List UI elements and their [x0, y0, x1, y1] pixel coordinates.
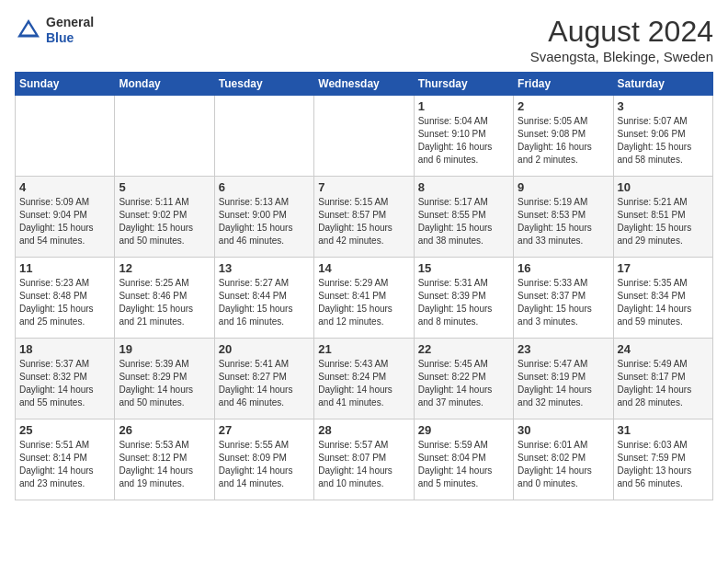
day-number: 7	[318, 180, 409, 194]
day-number: 4	[19, 180, 110, 194]
calendar-cell: 14Sunrise: 5:29 AM Sunset: 8:41 PM Dayli…	[314, 258, 414, 339]
calendar-cell: 29Sunrise: 5:59 AM Sunset: 8:04 PM Dayli…	[414, 419, 513, 500]
day-info: Sunrise: 5:47 AM Sunset: 8:19 PM Dayligh…	[518, 358, 609, 409]
day-number: 11	[19, 261, 110, 275]
day-number: 10	[618, 180, 709, 194]
day-number: 5	[119, 180, 210, 194]
calendar-cell: 24Sunrise: 5:49 AM Sunset: 8:17 PM Dayli…	[613, 339, 712, 419]
logo-text: General Blue	[46, 15, 94, 46]
calendar-cell	[16, 96, 115, 177]
day-info: Sunrise: 5:55 AM Sunset: 8:09 PM Dayligh…	[219, 439, 310, 490]
day-info: Sunrise: 5:43 AM Sunset: 8:24 PM Dayligh…	[318, 358, 409, 409]
day-info: Sunrise: 5:04 AM Sunset: 9:10 PM Dayligh…	[418, 115, 509, 167]
day-number: 13	[219, 261, 310, 275]
day-info: Sunrise: 5:25 AM Sunset: 8:46 PM Dayligh…	[119, 277, 210, 328]
day-number: 9	[518, 180, 609, 194]
calendar-cell: 23Sunrise: 5:47 AM Sunset: 8:19 PM Dayli…	[514, 339, 613, 419]
day-info: Sunrise: 5:37 AM Sunset: 8:32 PM Dayligh…	[19, 358, 110, 409]
calendar-cell: 15Sunrise: 5:31 AM Sunset: 8:39 PM Dayli…	[414, 258, 513, 339]
day-number: 31	[618, 423, 709, 437]
day-info: Sunrise: 5:33 AM Sunset: 8:37 PM Dayligh…	[518, 277, 609, 328]
day-number: 25	[19, 423, 110, 437]
day-info: Sunrise: 5:27 AM Sunset: 8:44 PM Dayligh…	[219, 277, 310, 328]
day-number: 22	[418, 342, 509, 356]
calendar-cell: 13Sunrise: 5:27 AM Sunset: 8:44 PM Dayli…	[214, 258, 313, 339]
logo: General Blue	[15, 15, 94, 46]
day-info: Sunrise: 6:03 AM Sunset: 7:59 PM Dayligh…	[618, 439, 709, 490]
calendar-cell: 20Sunrise: 5:41 AM Sunset: 8:27 PM Dayli…	[214, 339, 313, 419]
day-info: Sunrise: 5:51 AM Sunset: 8:14 PM Dayligh…	[19, 439, 110, 490]
day-info: Sunrise: 5:41 AM Sunset: 8:27 PM Dayligh…	[219, 358, 310, 409]
calendar-cell: 10Sunrise: 5:21 AM Sunset: 8:51 PM Dayli…	[613, 177, 712, 258]
calendar-cell: 16Sunrise: 5:33 AM Sunset: 8:37 PM Dayli…	[514, 258, 613, 339]
calendar-cell: 4Sunrise: 5:09 AM Sunset: 9:04 PM Daylig…	[16, 177, 115, 258]
day-number: 23	[518, 342, 609, 356]
calendar-cell	[314, 96, 414, 177]
calendar-cell: 30Sunrise: 6:01 AM Sunset: 8:02 PM Dayli…	[514, 419, 613, 500]
calendar-cell: 6Sunrise: 5:13 AM Sunset: 9:00 PM Daylig…	[214, 177, 313, 258]
day-number: 15	[418, 261, 509, 275]
day-info: Sunrise: 5:29 AM Sunset: 8:41 PM Dayligh…	[318, 277, 409, 328]
day-info: Sunrise: 5:31 AM Sunset: 8:39 PM Dayligh…	[418, 277, 509, 328]
day-info: Sunrise: 5:57 AM Sunset: 8:07 PM Dayligh…	[318, 439, 409, 490]
month-year: August 2024	[530, 15, 713, 49]
calendar-cell: 22Sunrise: 5:45 AM Sunset: 8:22 PM Dayli…	[414, 339, 513, 419]
day-number: 27	[219, 423, 310, 437]
calendar-table: SundayMondayTuesdayWednesdayThursdayFrid…	[15, 72, 713, 500]
location: Svaengsta, Blekinge, Sweden	[530, 49, 713, 64]
calendar-cell: 5Sunrise: 5:11 AM Sunset: 9:02 PM Daylig…	[115, 177, 214, 258]
day-info: Sunrise: 5:53 AM Sunset: 8:12 PM Dayligh…	[119, 439, 210, 490]
calendar-cell: 3Sunrise: 5:07 AM Sunset: 9:06 PM Daylig…	[613, 96, 712, 177]
week-row-3: 11Sunrise: 5:23 AM Sunset: 8:48 PM Dayli…	[16, 258, 713, 339]
day-info: Sunrise: 5:17 AM Sunset: 8:55 PM Dayligh…	[418, 196, 509, 247]
day-number: 20	[219, 342, 310, 356]
day-number: 3	[618, 99, 709, 113]
day-number: 16	[518, 261, 609, 275]
day-info: Sunrise: 5:07 AM Sunset: 9:06 PM Dayligh…	[618, 115, 709, 167]
calendar-header: SundayMondayTuesdayWednesdayThursdayFrid…	[16, 73, 713, 96]
calendar-cell: 2Sunrise: 5:05 AM Sunset: 9:08 PM Daylig…	[514, 96, 613, 177]
calendar-cell: 28Sunrise: 5:57 AM Sunset: 8:07 PM Dayli…	[314, 419, 414, 500]
day-info: Sunrise: 5:23 AM Sunset: 8:48 PM Dayligh…	[19, 277, 110, 328]
title-block: August 2024 Svaengsta, Blekinge, Sweden	[530, 15, 713, 64]
calendar-cell: 27Sunrise: 5:55 AM Sunset: 8:09 PM Dayli…	[214, 419, 313, 500]
day-info: Sunrise: 5:21 AM Sunset: 8:51 PM Dayligh…	[618, 196, 709, 247]
day-info: Sunrise: 5:39 AM Sunset: 8:29 PM Dayligh…	[119, 358, 210, 409]
calendar-cell: 21Sunrise: 5:43 AM Sunset: 8:24 PM Dayli…	[314, 339, 414, 419]
day-number: 17	[618, 261, 709, 275]
logo-general: General	[46, 15, 94, 30]
calendar-cell: 17Sunrise: 5:35 AM Sunset: 8:34 PM Dayli…	[613, 258, 712, 339]
day-number: 2	[518, 99, 609, 113]
calendar-cell: 1Sunrise: 5:04 AM Sunset: 9:10 PM Daylig…	[414, 96, 513, 177]
day-number: 1	[418, 99, 509, 113]
header-day-tuesday: Tuesday	[214, 73, 313, 96]
calendar-cell: 9Sunrise: 5:19 AM Sunset: 8:53 PM Daylig…	[514, 177, 613, 258]
calendar-cell	[115, 96, 214, 177]
calendar-cell: 8Sunrise: 5:17 AM Sunset: 8:55 PM Daylig…	[414, 177, 513, 258]
header-day-friday: Friday	[514, 73, 613, 96]
day-number: 12	[119, 261, 210, 275]
calendar-cell	[214, 96, 313, 177]
day-info: Sunrise: 5:35 AM Sunset: 8:34 PM Dayligh…	[618, 277, 709, 328]
week-row-1: 1Sunrise: 5:04 AM Sunset: 9:10 PM Daylig…	[16, 96, 713, 177]
calendar-cell: 18Sunrise: 5:37 AM Sunset: 8:32 PM Dayli…	[16, 339, 115, 419]
day-info: Sunrise: 5:19 AM Sunset: 8:53 PM Dayligh…	[518, 196, 609, 247]
calendar-cell: 25Sunrise: 5:51 AM Sunset: 8:14 PM Dayli…	[16, 419, 115, 500]
header-day-sunday: Sunday	[16, 73, 115, 96]
day-number: 29	[418, 423, 509, 437]
day-info: Sunrise: 5:59 AM Sunset: 8:04 PM Dayligh…	[418, 439, 509, 490]
day-number: 28	[318, 423, 409, 437]
header-day-saturday: Saturday	[613, 73, 712, 96]
calendar-cell: 12Sunrise: 5:25 AM Sunset: 8:46 PM Dayli…	[115, 258, 214, 339]
header-day-wednesday: Wednesday	[314, 73, 414, 96]
day-number: 18	[19, 342, 110, 356]
calendar-cell: 11Sunrise: 5:23 AM Sunset: 8:48 PM Dayli…	[16, 258, 115, 339]
day-number: 6	[219, 180, 310, 194]
header-row: SundayMondayTuesdayWednesdayThursdayFrid…	[16, 73, 713, 96]
calendar-cell: 31Sunrise: 6:03 AM Sunset: 7:59 PM Dayli…	[613, 419, 712, 500]
week-row-4: 18Sunrise: 5:37 AM Sunset: 8:32 PM Dayli…	[16, 339, 713, 419]
calendar-cell: 7Sunrise: 5:15 AM Sunset: 8:57 PM Daylig…	[314, 177, 414, 258]
day-info: Sunrise: 5:11 AM Sunset: 9:02 PM Dayligh…	[119, 196, 210, 247]
header-day-monday: Monday	[115, 73, 214, 96]
day-info: Sunrise: 5:09 AM Sunset: 9:04 PM Dayligh…	[19, 196, 110, 247]
